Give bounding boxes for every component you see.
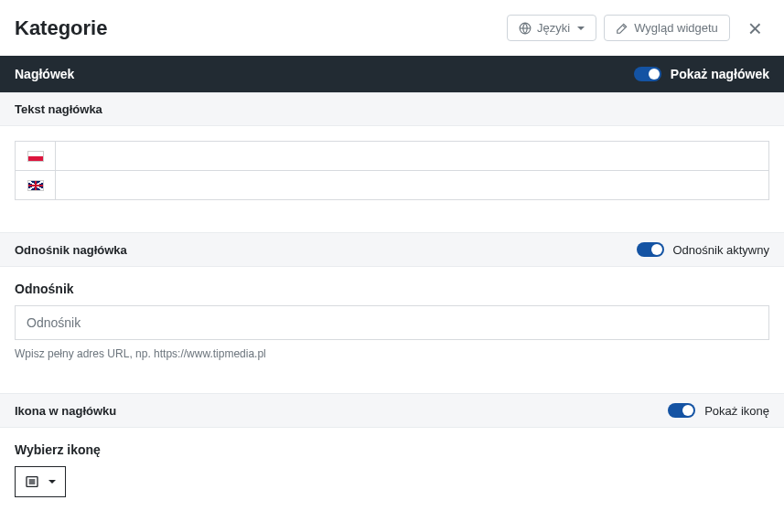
chevron-down-icon	[48, 480, 56, 484]
link-active-toggle-wrap: Odnośnik aktywny	[637, 242, 770, 257]
header-text-input-pl[interactable]	[55, 141, 769, 171]
choose-icon-label: Wybierz ikonę	[15, 442, 769, 457]
header-text-panel	[0, 126, 784, 214]
wand-icon	[616, 22, 628, 35]
show-icon-toggle-wrap: Pokaż ikonę	[668, 403, 769, 418]
link-active-toggle[interactable]	[637, 242, 664, 257]
section-header-title: Nagłówek	[15, 67, 74, 81]
link-field-label: Odnośnik	[15, 282, 769, 296]
header-text-input-uk[interactable]	[55, 170, 769, 200]
link-help-text: Wpisz pełny adres URL, np. https://www.t…	[15, 347, 769, 360]
divider	[0, 375, 784, 393]
widget-look-button[interactable]: Wygląd widgetu	[604, 15, 730, 41]
flag-pl-icon	[27, 151, 44, 162]
header-icon-subheader: Ikona w nagłówku Pokaż ikonę	[0, 393, 784, 428]
flag-uk-icon	[27, 180, 44, 191]
header-link-subheader: Odnośnik nagłówka Odnośnik aktywny	[0, 232, 784, 267]
header-icon-panel: Wybierz ikonę	[0, 428, 784, 512]
header-link-section-title: Odnośnik nagłówka	[15, 243, 127, 257]
icon-picker-button[interactable]	[15, 466, 66, 497]
show-header-toggle[interactable]	[634, 67, 661, 81]
show-icon-toggle[interactable]	[668, 403, 695, 418]
show-header-toggle-wrap: Pokaż nagłówek	[634, 67, 769, 81]
header-actions: Języki Wygląd widgetu ×	[507, 15, 769, 41]
flag-cell-uk	[15, 170, 55, 200]
flag-cell-pl	[15, 141, 55, 171]
modal-header: Kategorie Języki Wygląd widgetu ×	[0, 0, 784, 56]
lang-row-uk	[15, 170, 769, 200]
close-icon[interactable]: ×	[737, 16, 769, 40]
link-active-toggle-label: Odnośnik aktywny	[673, 243, 770, 257]
languages-button[interactable]: Języki	[507, 15, 596, 41]
header-icon-section-title: Ikona w nagłówku	[15, 404, 116, 418]
header-link-panel: Odnośnik Wpisz pełny adres URL, np. http…	[0, 267, 784, 375]
widget-look-button-label: Wygląd widgetu	[634, 21, 718, 35]
divider	[0, 214, 784, 232]
show-header-toggle-label: Pokaż nagłówek	[671, 67, 769, 81]
globe-icon	[519, 22, 532, 35]
chevron-down-icon	[577, 27, 585, 30]
header-text-subheader: Tekst nagłówka	[0, 92, 784, 126]
lang-row-pl	[15, 141, 769, 171]
languages-button-label: Języki	[537, 21, 570, 35]
page-title: Kategorie	[15, 16, 107, 40]
list-icon	[25, 474, 39, 489]
show-icon-toggle-label: Pokaż ikonę	[704, 404, 769, 418]
header-text-label: Tekst nagłówka	[15, 102, 102, 116]
section-header-bar: Nagłówek Pokaż nagłówek	[0, 56, 784, 92]
link-input[interactable]	[15, 305, 769, 340]
